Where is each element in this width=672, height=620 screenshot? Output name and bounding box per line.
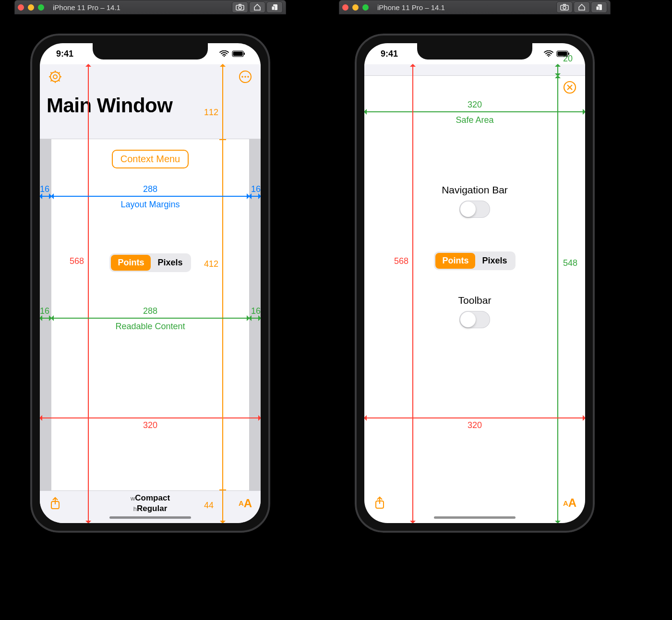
simulator-window-a: iPhone 11 Pro – 14.1 9:41 bbox=[14, 0, 286, 620]
status-time: 9:41 bbox=[56, 49, 73, 59]
measure-readable-right: 16 bbox=[249, 318, 261, 319]
measure-layout-margins-width: 288 Layout Margins bbox=[51, 196, 249, 197]
measure-window-height: 568 bbox=[412, 64, 413, 523]
segment-points[interactable]: Points bbox=[111, 255, 151, 271]
status-time: 9:41 bbox=[381, 49, 398, 59]
measure-window-width: 320 bbox=[40, 417, 261, 418]
nav-bar-label: Navigation Bar bbox=[442, 184, 508, 196]
notch bbox=[417, 43, 532, 60]
svg-rect-31 bbox=[568, 53, 569, 55]
text-size-icon[interactable]: AA bbox=[237, 495, 254, 512]
minimize-window-icon[interactable] bbox=[28, 4, 34, 11]
measure-window-height: 568 bbox=[88, 64, 89, 523]
svg-line-16 bbox=[59, 72, 60, 73]
zoom-window-icon[interactable] bbox=[362, 4, 369, 11]
rotate-button[interactable] bbox=[591, 1, 607, 13]
safe-top-gap bbox=[364, 64, 585, 76]
close-window-icon[interactable] bbox=[18, 4, 24, 11]
traffic-lights[interactable] bbox=[342, 4, 369, 11]
notch bbox=[93, 43, 208, 60]
share-icon[interactable] bbox=[371, 494, 388, 512]
wifi-icon bbox=[544, 50, 553, 57]
size-class-label: wCompact hRegular bbox=[131, 493, 170, 513]
share-icon[interactable] bbox=[47, 495, 64, 512]
rotate-button[interactable] bbox=[266, 1, 283, 13]
svg-line-14 bbox=[51, 72, 52, 73]
home-indicator bbox=[109, 516, 191, 519]
navigation-bar: Main Window bbox=[40, 64, 261, 139]
screenshot-button[interactable] bbox=[556, 1, 573, 13]
titlebar[interactable]: iPhone 11 Pro – 14.1 bbox=[339, 0, 611, 14]
more-icon[interactable] bbox=[237, 68, 254, 85]
units-segmented-control[interactable]: Points Pixels bbox=[434, 251, 515, 270]
svg-rect-3 bbox=[272, 6, 275, 10]
screenshot-button[interactable] bbox=[232, 1, 248, 13]
measure-safe-width: 320 Safe Area bbox=[364, 111, 585, 112]
measure-safe-height: 548 bbox=[557, 76, 558, 523]
close-window-icon[interactable] bbox=[342, 4, 348, 11]
measure-safe-top: 20 bbox=[557, 64, 558, 76]
phone-frame: 9:41 Main Window bbox=[25, 29, 275, 537]
text-size-icon[interactable]: AA bbox=[561, 494, 578, 512]
svg-point-20 bbox=[244, 76, 246, 78]
segment-points[interactable]: Points bbox=[435, 253, 475, 269]
svg-point-28 bbox=[548, 56, 550, 57]
svg-line-17 bbox=[51, 80, 52, 81]
home-indicator bbox=[434, 516, 516, 519]
svg-point-4 bbox=[224, 56, 225, 57]
svg-rect-7 bbox=[244, 53, 245, 55]
close-icon[interactable] bbox=[561, 79, 578, 96]
simulator-window-b: iPhone 11 Pro – 14.1 9:41 bbox=[339, 0, 611, 620]
zoom-window-icon[interactable] bbox=[38, 4, 44, 11]
svg-point-19 bbox=[241, 76, 243, 78]
svg-point-1 bbox=[239, 6, 241, 9]
measure-orange-vertical: 112 412 44 bbox=[222, 64, 223, 523]
svg-rect-6 bbox=[233, 52, 243, 56]
svg-rect-30 bbox=[558, 52, 567, 56]
nav-bar-toggle[interactable] bbox=[459, 201, 490, 218]
battery-icon bbox=[556, 50, 570, 57]
home-button[interactable] bbox=[249, 1, 265, 13]
status-icons bbox=[544, 50, 570, 57]
window-title: iPhone 11 Pro – 14.1 bbox=[48, 3, 228, 12]
measure-window-width: 320 bbox=[364, 417, 585, 418]
status-icons bbox=[219, 50, 245, 57]
context-menu-button[interactable]: Context Menu bbox=[112, 150, 189, 168]
measure-layout-margin-left: 16 bbox=[40, 196, 51, 197]
wifi-icon bbox=[219, 50, 229, 57]
svg-point-25 bbox=[563, 6, 566, 9]
battery-icon bbox=[232, 50, 245, 57]
minimize-window-icon[interactable] bbox=[352, 4, 359, 11]
toolbar-label: Toolbar bbox=[458, 295, 492, 306]
measure-readable-left: 16 bbox=[40, 318, 51, 319]
units-segmented-control[interactable]: Points Pixels bbox=[109, 253, 191, 272]
svg-point-8 bbox=[50, 72, 60, 82]
segment-pixels[interactable]: Pixels bbox=[151, 255, 189, 271]
toolbar-toggle[interactable] bbox=[459, 311, 490, 328]
measure-readable-width: 288 Readable Content bbox=[51, 318, 249, 319]
home-button[interactable] bbox=[574, 1, 590, 13]
measure-layout-margin-right: 16 bbox=[249, 196, 261, 197]
svg-point-21 bbox=[247, 76, 249, 78]
gear-icon[interactable] bbox=[47, 68, 64, 85]
window-title: iPhone 11 Pro – 14.1 bbox=[372, 3, 552, 12]
svg-line-15 bbox=[59, 80, 60, 81]
svg-point-9 bbox=[53, 75, 57, 79]
phone-frame: 9:41 Navigation Bar Points bbox=[350, 29, 600, 537]
titlebar[interactable]: iPhone 11 Pro – 14.1 bbox=[14, 0, 286, 14]
traffic-lights[interactable] bbox=[18, 4, 44, 11]
svg-rect-27 bbox=[596, 6, 599, 10]
segment-pixels[interactable]: Pixels bbox=[475, 253, 514, 269]
